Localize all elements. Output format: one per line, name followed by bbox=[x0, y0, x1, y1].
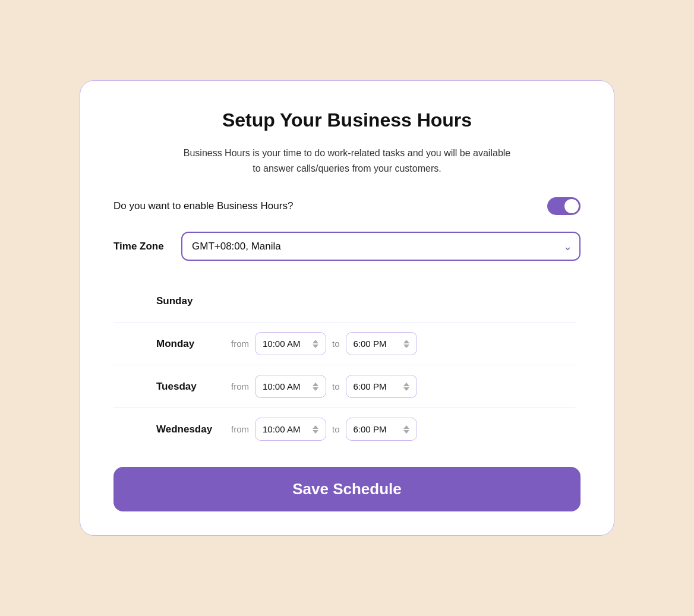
tuesday-from-picker[interactable]: 10:00 AM bbox=[255, 375, 326, 398]
sunday-to-picker[interactable]: 6:00 PM bbox=[346, 289, 417, 312]
monday-toggle-wrapper bbox=[113, 339, 147, 349]
sunday-to-up-arrow[interactable] bbox=[403, 297, 409, 301]
monday-from-arrows bbox=[313, 340, 318, 348]
sunday-to-value: 6:00 PM bbox=[354, 296, 387, 306]
sunday-to-label: to bbox=[332, 296, 340, 306]
sunday-to-down-arrow[interactable] bbox=[403, 302, 409, 305]
tuesday-label: Tuesday bbox=[156, 381, 222, 393]
sunday-row: Sunday from 10:00 AM to 6:00 PM bbox=[113, 280, 576, 323]
wednesday-to-label: to bbox=[332, 424, 340, 434]
timezone-label: Time Zone bbox=[113, 241, 167, 252]
timezone-row: Time Zone GMT+08:00, Manila GMT+00:00, U… bbox=[113, 232, 581, 261]
monday-to-arrows bbox=[403, 340, 409, 348]
wednesday-label: Wednesday bbox=[156, 424, 222, 435]
sunday-to-arrows bbox=[403, 297, 409, 305]
wednesday-to-picker[interactable]: 6:00 PM bbox=[346, 418, 417, 441]
timezone-select[interactable]: GMT+08:00, Manila GMT+00:00, UTC GMT-05:… bbox=[181, 232, 581, 261]
page-title: Setup Your Business Hours bbox=[113, 109, 581, 131]
wednesday-from-label: from bbox=[231, 424, 249, 434]
wednesday-toggle-wrapper bbox=[113, 424, 147, 435]
wednesday-time-section: from 10:00 AM to 6:00 PM bbox=[231, 418, 576, 441]
monday-to-picker[interactable]: 6:00 PM bbox=[346, 332, 417, 355]
wednesday-to-down-arrow[interactable] bbox=[403, 430, 409, 434]
monday-to-down-arrow[interactable] bbox=[403, 345, 409, 348]
tuesday-toggle-wrapper bbox=[113, 381, 147, 392]
tuesday-from-label: from bbox=[231, 381, 249, 391]
wednesday-to-arrows bbox=[403, 425, 409, 434]
enable-business-hours-label: Do you want to enable Business Hours? bbox=[113, 200, 293, 212]
sunday-from-up-arrow[interactable] bbox=[313, 297, 318, 301]
timezone-select-wrapper: GMT+08:00, Manila GMT+00:00, UTC GMT-05:… bbox=[181, 232, 581, 261]
monday-to-up-arrow[interactable] bbox=[403, 340, 409, 343]
tuesday-to-picker[interactable]: 6:00 PM bbox=[346, 375, 417, 398]
sunday-toggle-wrapper bbox=[113, 296, 147, 307]
monday-to-value: 6:00 PM bbox=[354, 339, 387, 349]
wednesday-from-up-arrow[interactable] bbox=[313, 425, 318, 429]
tuesday-to-down-arrow[interactable] bbox=[403, 387, 409, 391]
sunday-label: Sunday bbox=[156, 295, 222, 307]
tuesday-time-section: from 10:00 AM to 6:00 PM bbox=[231, 375, 576, 398]
wednesday-to-up-arrow[interactable] bbox=[403, 425, 409, 429]
main-card: Setup Your Business Hours Business Hours… bbox=[80, 80, 614, 536]
sunday-from-arrows bbox=[313, 297, 318, 305]
wednesday-to-value: 6:00 PM bbox=[354, 424, 387, 434]
days-scroll-area: Sunday from 10:00 AM to 6:00 PM bbox=[113, 280, 581, 450]
tuesday-to-label: to bbox=[332, 381, 340, 391]
toggle-slider-on bbox=[547, 197, 581, 215]
monday-to-label: to bbox=[332, 339, 340, 349]
sunday-from-label: from bbox=[231, 296, 249, 306]
monday-label: Monday bbox=[156, 338, 222, 350]
page-description: Business Hours is your time to do work-r… bbox=[181, 146, 513, 176]
monday-from-up-arrow[interactable] bbox=[313, 340, 318, 343]
tuesday-to-value: 6:00 PM bbox=[354, 381, 387, 391]
monday-from-label: from bbox=[231, 339, 249, 349]
wednesday-from-picker[interactable]: 10:00 AM bbox=[255, 418, 326, 441]
wednesday-row: Wednesday from 10:00 AM to 6:00 PM bbox=[113, 408, 576, 450]
monday-from-value: 10:00 AM bbox=[263, 339, 300, 349]
tuesday-from-down-arrow[interactable] bbox=[313, 387, 318, 391]
tuesday-row: Tuesday from 10:00 AM to 6:00 PM bbox=[113, 365, 576, 408]
tuesday-from-up-arrow[interactable] bbox=[313, 383, 318, 386]
sunday-from-value: 10:00 AM bbox=[263, 296, 300, 306]
wednesday-from-arrows bbox=[313, 425, 318, 434]
enable-business-hours-toggle[interactable] bbox=[547, 197, 581, 215]
enable-business-hours-row: Do you want to enable Business Hours? bbox=[113, 197, 581, 215]
tuesday-to-up-arrow[interactable] bbox=[403, 383, 409, 386]
save-schedule-button[interactable]: Save Schedule bbox=[113, 467, 581, 511]
tuesday-from-value: 10:00 AM bbox=[263, 381, 300, 391]
wednesday-from-down-arrow[interactable] bbox=[313, 430, 318, 434]
wednesday-from-value: 10:00 AM bbox=[263, 424, 300, 434]
monday-from-down-arrow[interactable] bbox=[313, 345, 318, 348]
monday-from-picker[interactable]: 10:00 AM bbox=[255, 332, 326, 355]
monday-row: Monday from 10:00 AM to 6:00 PM bbox=[113, 323, 576, 365]
tuesday-to-arrows bbox=[403, 383, 409, 391]
tuesday-from-arrows bbox=[313, 383, 318, 391]
sunday-from-down-arrow[interactable] bbox=[313, 302, 318, 305]
monday-time-section: from 10:00 AM to 6:00 PM bbox=[231, 332, 576, 355]
sunday-from-picker[interactable]: 10:00 AM bbox=[255, 289, 326, 312]
